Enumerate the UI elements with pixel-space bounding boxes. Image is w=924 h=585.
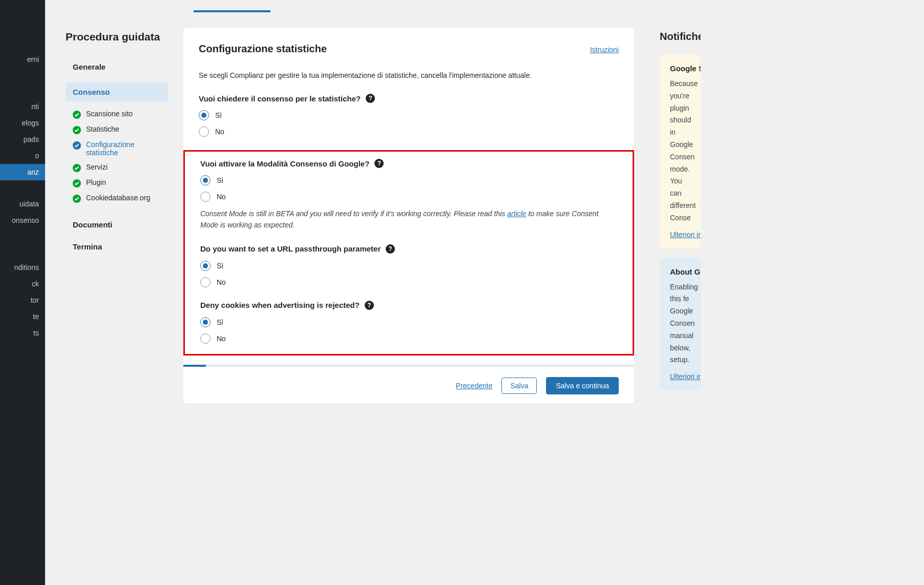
- check-circle-icon: [73, 179, 81, 187]
- help-icon[interactable]: ?: [374, 159, 384, 168]
- instructions-link[interactable]: Istruzioni: [590, 46, 619, 54]
- wizard-substep[interactable]: Scansione sito: [66, 107, 168, 122]
- tab-indicator: [194, 10, 270, 12]
- wizard-step-documenti[interactable]: Documenti: [66, 215, 168, 234]
- wizard-step-generale[interactable]: Generale: [66, 57, 168, 76]
- wizard-sidebar: Procedura guidata Generale Consenso Scan…: [45, 10, 178, 565]
- progress-bar: [183, 365, 634, 367]
- radio-icon: [199, 127, 209, 137]
- radio-selected-icon: [200, 261, 211, 271]
- substep-label: Cookiedatabase.org: [86, 194, 150, 202]
- card-title: Configurazione statistiche: [199, 43, 327, 55]
- help-icon[interactable]: ?: [386, 244, 395, 254]
- notice-link[interactable]: Ulteriori inforn: [670, 372, 701, 381]
- radio-label: No: [217, 335, 226, 343]
- question-label: Do you want to set a URL passthrough par…: [200, 244, 381, 253]
- wp-admin-sidebar: erni nti elogs pads o anz uidata onsenso…: [0, 0, 45, 585]
- substep-label: Plugin: [86, 178, 106, 186]
- notifications-column: Notifiche Google Site Ki Because you're …: [639, 10, 701, 565]
- radio-label: Sì: [217, 262, 223, 270]
- radio-label: Sì: [217, 176, 223, 184]
- radio-label: Sì: [215, 111, 222, 119]
- substep-label: Configurazione statistiche: [86, 140, 166, 157]
- radio-selected-icon: [199, 110, 209, 120]
- radio-option-no[interactable]: No: [200, 277, 617, 287]
- wizard-substep[interactable]: Plugin: [66, 175, 168, 191]
- radio-option-yes[interactable]: Sì: [200, 175, 617, 185]
- radio-option-no[interactable]: No: [199, 127, 619, 137]
- wp-menu-item[interactable]: onsenso: [0, 212, 45, 228]
- wp-menu-item[interactable]: nti: [0, 98, 45, 115]
- save-continue-button[interactable]: Salva e continua: [546, 377, 619, 394]
- wizard-step-termina[interactable]: Termina: [66, 237, 168, 256]
- radio-option-yes[interactable]: Sì: [200, 261, 617, 271]
- wizard-substep[interactable]: Cookiedatabase.org: [66, 191, 168, 206]
- wizard-substep[interactable]: Statistiche: [66, 122, 168, 137]
- substep-label: Statistiche: [86, 125, 119, 133]
- radio-option-no[interactable]: No: [200, 192, 617, 202]
- check-circle-icon: [73, 195, 81, 203]
- question-consent-stats: Vuoi chiedere il consenso per le statist…: [199, 94, 619, 137]
- radio-option-yes[interactable]: Sì: [200, 317, 617, 327]
- notice-body: Enabling this fe Google Consen manual be…: [670, 281, 690, 367]
- substep-label: Scansione sito: [86, 110, 133, 118]
- wp-menu-item[interactable]: tor: [0, 292, 45, 308]
- wizard-substep[interactable]: Servizi: [66, 160, 168, 175]
- question-url-passthrough: Do you want to set a URL passthrough par…: [200, 244, 617, 287]
- substep-label: Servizi: [86, 163, 108, 171]
- help-icon[interactable]: ?: [366, 94, 375, 103]
- question-label: Vuoi attivare la Modalità Consenso di Go…: [200, 159, 369, 168]
- question-label: Vuoi chiedere il consenso per le statist…: [199, 94, 361, 103]
- radio-label: No: [215, 128, 224, 136]
- radio-selected-icon: [200, 175, 211, 185]
- wp-menu-item[interactable]: te: [0, 308, 45, 325]
- question-label: Deny cookies when advertising is rejecte…: [200, 301, 360, 309]
- wp-menu-item[interactable]: erni: [0, 51, 45, 68]
- question-deny-cookies: Deny cookies when advertising is rejecte…: [200, 301, 617, 344]
- wp-menu-item[interactable]: ck: [0, 276, 45, 292]
- radio-icon: [200, 333, 211, 344]
- check-circle-icon: [73, 126, 81, 134]
- prev-button[interactable]: Precedente: [456, 382, 493, 390]
- radio-label: Sì: [217, 318, 223, 326]
- notifications-title: Notifiche: [660, 31, 701, 43]
- wp-menu-item[interactable]: pads: [0, 131, 45, 148]
- highlighted-section: Vuoi attivare la Modalità Consenso di Go…: [183, 150, 634, 356]
- check-circle-icon: [73, 164, 81, 172]
- wizard-step-consenso[interactable]: Consenso: [66, 82, 168, 101]
- radio-label: No: [217, 278, 226, 286]
- question-google-consent: Vuoi attivare la Modalità Consenso di Go…: [200, 159, 617, 231]
- notice-body: Because you're plugin should in Google C…: [670, 78, 690, 224]
- wp-menu-item[interactable]: ts: [0, 325, 45, 341]
- radio-icon: [200, 192, 211, 202]
- article-link[interactable]: article: [507, 210, 526, 218]
- wizard-title: Procedura guidata: [66, 31, 168, 43]
- wp-menu-item[interactable]: nditions: [0, 259, 45, 276]
- progress-fill: [183, 365, 206, 367]
- wp-menu-item[interactable]: uidata: [0, 196, 45, 212]
- notice-title: About Google: [670, 267, 690, 276]
- wp-menu-item[interactable]: o: [0, 148, 45, 164]
- radio-icon: [200, 277, 211, 287]
- radio-option-yes[interactable]: Sì: [199, 110, 619, 120]
- notice-link[interactable]: Ulteriori inforn: [670, 231, 701, 239]
- progress-circle-icon: [73, 141, 81, 150]
- beta-note: Consent Mode is still in BETA and you wi…: [200, 208, 617, 231]
- save-button[interactable]: Salva: [501, 378, 537, 394]
- notice-card: Google Site Ki Because you're plugin sho…: [660, 55, 701, 248]
- wp-menu-item-active[interactable]: anz: [0, 164, 45, 180]
- radio-option-no[interactable]: No: [200, 333, 617, 344]
- help-icon[interactable]: ?: [365, 301, 374, 310]
- wizard-substep-current[interactable]: Configurazione statistiche: [66, 137, 168, 160]
- check-circle-icon: [73, 111, 81, 119]
- wp-menu-item[interactable]: elogs: [0, 115, 45, 131]
- radio-selected-icon: [200, 317, 211, 327]
- radio-label: No: [217, 193, 226, 201]
- notice-card: About Google Enabling this fe Google Con…: [660, 258, 701, 390]
- notice-title: Google Site Ki: [670, 64, 690, 73]
- intro-text: Se scegli Complianz per gestire la tua i…: [199, 71, 619, 79]
- settings-card: Configurazione statistiche Istruzioni Se…: [183, 28, 634, 404]
